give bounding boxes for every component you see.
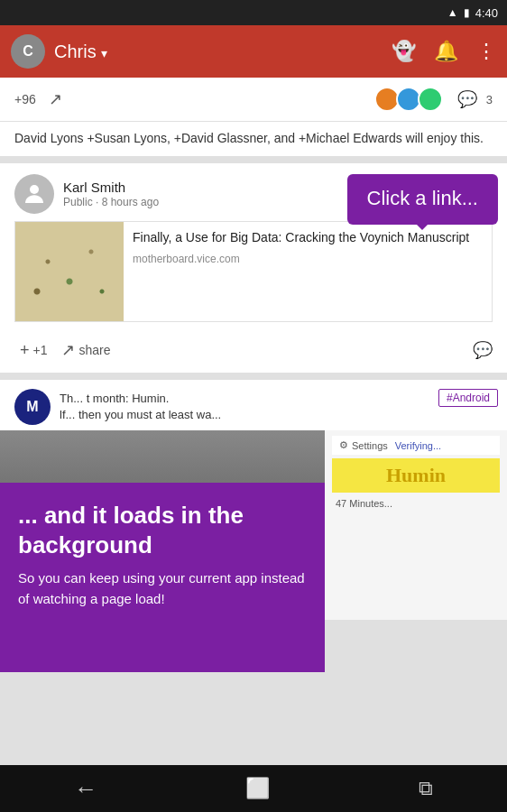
article-thumbnail: [15, 222, 124, 321]
card-3: M Th... t month: Humin. lf... then you m…: [0, 380, 507, 620]
card-2-actions: + +1 ↗ share 💬: [0, 331, 507, 373]
dropdown-arrow-icon: ▾: [101, 46, 107, 60]
back-button[interactable]: ←: [74, 775, 97, 803]
humin-box: Humin: [332, 458, 500, 493]
article-info: Finally, a Use for Big Data: Cracking th…: [124, 222, 492, 321]
ghost-icon[interactable]: 👻: [392, 40, 416, 63]
plusone-label: +1: [33, 343, 48, 357]
settings-icon: ⚙: [339, 439, 348, 451]
purple-overlay: ... and it loads in the background So yo…: [0, 483, 325, 672]
status-bar: ▲ ▮ 4:40: [0, 0, 507, 25]
feed: +96 ↗ 💬 3 David Lyons +Susan Lyons, +Dav…: [0, 78, 507, 765]
plus-count[interactable]: +96: [14, 92, 36, 106]
top-bar-icons: 👻 🔔 ⋮: [392, 40, 496, 63]
svg-point-0: [30, 185, 39, 194]
comment-count: 3: [486, 93, 493, 106]
overlay-subtitle: So you can keep using your current app i…: [18, 568, 307, 609]
comment-icon[interactable]: 💬: [457, 89, 477, 109]
card-1: +96 ↗ 💬 3 David Lyons +Susan Lyons, +Dav…: [0, 78, 507, 156]
card-3-header: M Th... t month: Humin. lf... then you m…: [0, 380, 507, 430]
avatar[interactable]: C: [11, 34, 45, 69]
person-icon: [21, 180, 48, 208]
more-icon[interactable]: ⋮: [476, 40, 496, 63]
card3-user-info: Th... t month: Humin. lf... then you mus…: [60, 391, 493, 423]
article-domain: motherboard.vice.com: [133, 253, 483, 265]
card3-right-panel: ⚙ Settings Verifying... Humin 47 Minutes…: [325, 430, 507, 620]
overlay-title: ... and it loads in the background: [18, 501, 307, 559]
plusone-icon: +: [20, 341, 30, 360]
minutes-label: 47 Minutes...: [332, 498, 500, 509]
card3-text-line2: lf... then you must at least wa...: [60, 407, 493, 423]
bottom-nav: ← ⬜ ⧉: [0, 765, 507, 812]
card3-avatar: M: [14, 389, 51, 425]
voynich-image: [15, 222, 124, 321]
card3-right-content: ⚙ Settings Verifying... Humin 47 Minutes…: [325, 430, 507, 514]
reaction-avatar-3: [418, 87, 443, 112]
karl-avatar: [14, 174, 54, 214]
share-label: share: [78, 343, 110, 357]
click-link-tooltip: Click a link...: [347, 174, 498, 225]
battery-icon: ▮: [464, 6, 470, 19]
wifi-icon: ▲: [447, 6, 458, 19]
card-2: Karl Smith Public · 8 hours ago Click a …: [0, 163, 507, 373]
status-time: 4:40: [475, 6, 498, 20]
comment-icon-2[interactable]: 💬: [473, 340, 493, 360]
reaction-avatars: [374, 87, 443, 112]
card-1-actions-bar: +96 ↗ 💬 3: [0, 78, 507, 122]
verifying-label: Verifying...: [395, 440, 441, 451]
settings-row: ⚙ Settings Verifying...: [332, 436, 500, 455]
plus-one-button[interactable]: + +1: [14, 337, 52, 364]
share-button[interactable]: ↗ share: [56, 337, 115, 364]
top-bar: C Chris ▾ 👻 🔔 ⋮: [0, 25, 507, 78]
card3-media: ... and it loads in the background So yo…: [0, 430, 507, 620]
bell-icon[interactable]: 🔔: [434, 40, 458, 63]
share-icon-2: ↗: [61, 340, 75, 360]
hashtag-badge[interactable]: #Android: [438, 389, 498, 407]
share-icon[interactable]: ↗: [49, 89, 62, 109]
card3-text-line1: Th... t month: Humin.: [60, 391, 493, 407]
user-name-label[interactable]: Chris ▾: [54, 42, 383, 62]
home-button[interactable]: ⬜: [245, 777, 270, 800]
humin-text: Humin: [337, 464, 494, 487]
settings-label: Settings: [352, 440, 388, 451]
article-title: Finally, a Use for Big Data: Cracking th…: [133, 229, 483, 247]
card-1-note: David Lyons +Susan Lyons, +David Glassne…: [0, 122, 507, 156]
recents-button[interactable]: ⧉: [419, 777, 433, 800]
